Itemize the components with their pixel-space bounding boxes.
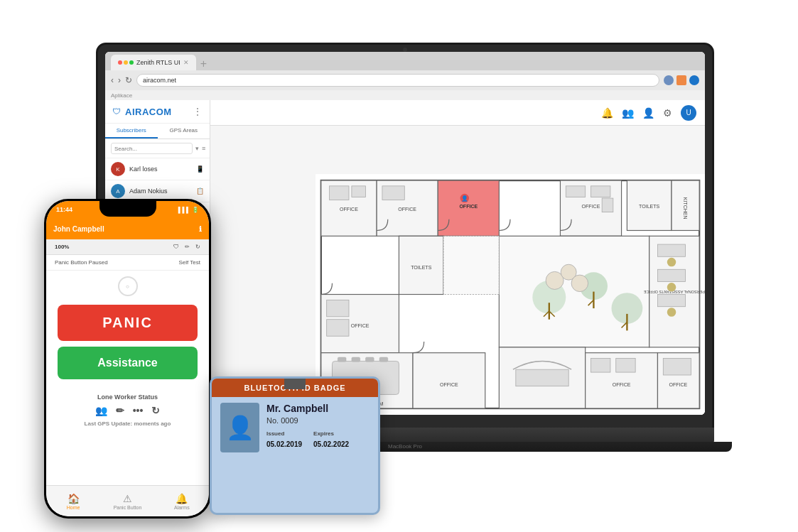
svg-rect-63 [657,269,685,281]
svg-text:OFFICE: OFFICE [351,323,370,328]
new-tab-button[interactable]: + [196,58,211,70]
menu-dots-icon[interactable]: ⋮ [193,106,203,117]
expires-date: 05.02.2022 [313,440,349,448]
svg-rect-69 [443,236,499,294]
svg-text:OFFICE: OFFICE [340,207,358,212]
phone-bottom-nav: 🏠 Home ⚠ Panic Button 🔔 Alarms [46,485,209,516]
badge-issued: Issued 05.02.2019 [266,430,302,450]
browser-chrome: Zenith RTLS UI ✕ + ‹ › ↻ airacom.net [105,52,705,100]
back-button[interactable]: ‹ [111,75,114,85]
view-icon[interactable]: ≡ [202,145,205,152]
bell-icon[interactable]: 🔔 [601,107,613,119]
badge-name: Mr. Campbell [266,403,370,414]
issued-label: Issued [266,430,302,437]
id-badge: BLUETOOTH ID BADGE 👤 Mr. Campbell No. 00… [210,376,380,515]
logo-text: AIRACOM [125,107,172,117]
svg-point-66 [667,308,676,317]
extension-icon[interactable] [676,75,686,85]
svg-rect-38 [327,300,349,316]
nav-home[interactable]: 🏠 Home [46,486,100,516]
badge-number-label: No. [266,416,279,425]
panic-button[interactable]: PANIC [58,305,198,341]
close-dot[interactable] [118,60,122,65]
gps-update: Last GPS Update: moments ago [46,420,209,427]
lone-worker-section: Lone Worker Status 👥 ✏ ••• ↻ Last GPS Up… [46,393,209,427]
svg-rect-45 [365,357,374,362]
sidebar-name-adam: Adam Nokius [129,188,192,195]
svg-rect-4 [352,186,366,197]
home-icon: 🏠 [68,493,80,504]
reload-icon: ↻ [151,405,160,416]
battery-status: 100% [55,244,69,250]
phone-header: John Campbell ℹ [46,218,209,239]
phone-info-right: 🛡 ✏ ↻ [173,244,200,250]
svg-text:TOILETS: TOILETS [411,265,431,270]
panic-nav-icon: ⚠ [123,493,132,504]
svg-text:KITCHEN: KITCHEN [683,197,688,219]
shield-status-icon: 🛡 [173,244,179,250]
edit-icon[interactable]: ✏ [185,244,190,250]
filter-icon[interactable]: ▾ [195,145,199,152]
reload-button[interactable]: ↻ [125,75,132,85]
address-bar[interactable]: airacom.net [136,74,659,87]
action-icon-adam[interactable]: 📋 [196,188,204,195]
user-icon[interactable]: 👤 [642,107,654,119]
self-test-label: Self Test [178,259,200,266]
sidebar-item-karl[interactable]: K Karl loses 📱 [105,158,210,180]
svg-rect-7 [382,186,404,200]
nav-alarms[interactable]: 🔔 Alarms [155,486,209,516]
browser-tab[interactable]: Zenith RTLS UI ✕ [111,55,196,70]
svg-rect-58 [663,359,691,375]
person-icon: 👤 [226,414,254,441]
sidebar-tabs: Subscribers GPS Areas [105,124,210,139]
svg-rect-55 [616,359,635,373]
gear-icon[interactable]: ⚙ [663,107,672,119]
svg-point-64 [667,283,676,292]
phone-status-icons: ▌▌▌ 🔋 [178,207,199,213]
assistance-button[interactable]: Assistance [58,347,198,379]
svg-rect-18 [602,198,613,212]
dots-icon: ••• [133,405,144,416]
bookmark-icon[interactable] [664,75,674,85]
phone-info-row: 100% 🛡 ✏ ↻ [46,239,209,255]
svg-text:👤: 👤 [461,195,468,202]
tab-subscribers[interactable]: Subscribers [105,124,158,139]
svg-text:OFFICE: OFFICE [582,204,600,209]
profile-avatar[interactable]: U [681,105,696,121]
avatar-karl: K [111,162,125,176]
people-icon[interactable]: 👥 [622,107,634,119]
refresh-icon[interactable]: ↻ [195,244,200,250]
svg-point-35 [571,275,588,291]
search-input[interactable] [111,143,193,154]
bookmarks-label: Aplikace [111,92,132,99]
nav-panic-label: Panic Button [114,505,142,510]
browser-tabs: Zenith RTLS UI ✕ + [105,52,705,70]
address-text: airacom.net [143,77,176,84]
lone-worker-icons: 👥 ✏ ••• ↻ [46,405,209,416]
forward-button[interactable]: › [118,75,121,85]
group-icon: 👥 [95,405,107,416]
svg-text:OFFICE: OFFICE [613,382,631,387]
svg-rect-43 [338,357,346,362]
badge-dates: Issued 05.02.2019 Expires 05.02.2022 [266,430,370,450]
sidebar-name-karl: Karl loses [129,165,192,173]
info-icon[interactable]: ℹ [199,225,202,233]
browser-actions [664,75,699,85]
action-icon-karl[interactable]: 📱 [196,165,204,173]
bookmarks-bar: Aplikace [105,90,705,100]
badge-body: 👤 Mr. Campbell No. 0009 Issued 05.02.201… [212,397,378,458]
user-icon[interactable] [689,75,699,85]
circle-indicator: ○ [118,276,138,296]
check-icon: ✏ [116,405,124,416]
phone-screen: 11:44 ▌▌▌ 🔋 John Campbell ℹ 100% 🛡 ✏ ↻ P… [46,201,209,516]
browser-toolbar: ‹ › ↻ airacom.net [105,70,705,90]
nav-panic-button[interactable]: ⚠ Panic Button [100,486,154,516]
tab-close-icon[interactable]: ✕ [183,59,189,66]
tab-gps-areas[interactable]: GPS Areas [158,124,210,139]
smartphone: 11:44 ▌▌▌ 🔋 John Campbell ℹ 100% 🛡 ✏ ↻ P… [44,199,211,519]
svg-rect-17 [591,186,610,197]
minimize-dot[interactable] [124,60,128,65]
maximize-dot[interactable] [129,60,134,65]
main-area: 🔔 👥 👤 ⚙ U [210,100,705,415]
issued-date: 05.02.2019 [266,440,302,448]
